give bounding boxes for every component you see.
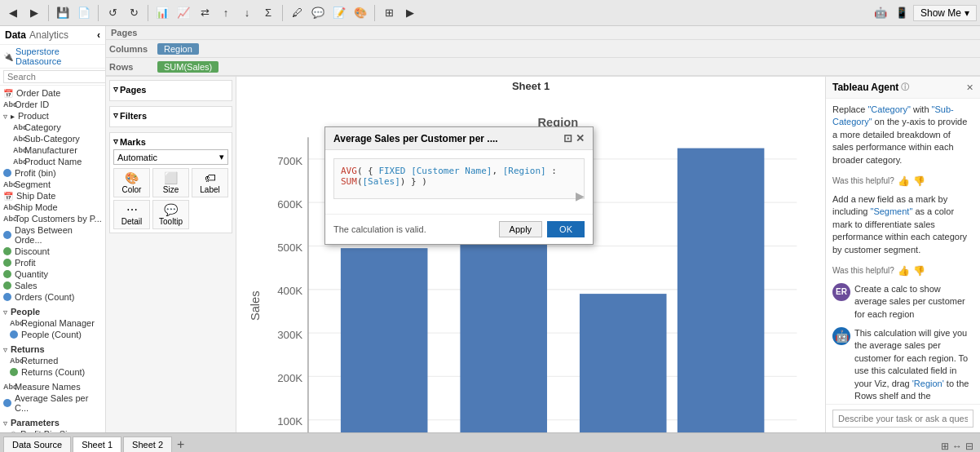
new-button[interactable]: 📄 [74,3,94,23]
agent-button[interactable]: 🤖 [871,3,890,23]
save-button[interactable]: 💾 [53,3,73,23]
restore-icon[interactable]: ⊡ [563,132,572,144]
modal-buttons: Apply OK [499,221,585,237]
field-segment[interactable]: Abc Segment [2,179,104,190]
info-icon[interactable]: ⓘ [901,82,909,93]
bar-chart-button[interactable]: 📊 [152,3,172,23]
returns-section-header[interactable]: ▿ Returns [2,343,104,355]
field-category[interactable]: Abc Category [2,122,104,133]
apply-button[interactable]: Apply [499,221,543,237]
label-mark-button[interactable]: 🏷 Label [192,168,228,197]
modal-body: AVG( { FIXED [Customer Name], [Region] :… [325,150,593,214]
user-avatar: ER [832,283,850,301]
field-subcategory[interactable]: Abc Sub-Category [2,133,104,144]
show-me-button[interactable]: Show Me ▾ [913,5,977,21]
people-label: People [11,307,40,317]
category-link: "Category" [867,104,910,114]
field-orders-count[interactable]: Orders (Count) [2,291,104,303]
dot-green-icon [3,281,11,290]
forward-button[interactable]: ▶ [24,3,44,23]
line-chart-button[interactable]: 📈 [174,3,193,23]
undo-button[interactable]: ↺ [103,3,122,23]
panel-collapse-icon[interactable]: ‹ [97,29,100,41]
parameters-header[interactable]: ▿ Parameters [2,417,104,428]
tab-sheet2[interactable]: Sheet 2 [123,436,172,452]
redo-button[interactable]: ↻ [124,3,143,23]
search-input[interactable] [3,70,106,83]
field-order-id[interactable]: Abc Order ID [2,99,104,110]
presentation-button[interactable]: ▶ [400,3,420,23]
tab-sheet1[interactable]: Sheet 1 [73,436,121,452]
field-returns-count[interactable]: Returns (Count) [2,366,104,378]
annotate-button[interactable]: 📝 [329,3,349,23]
columns-pill[interactable]: Region [157,43,199,55]
field-measure-names[interactable]: Abc Measure Names [2,381,104,392]
thumbs-up-button-1[interactable]: 👍 [898,175,910,187]
calc-formula[interactable]: AVG( { FIXED [Customer Name], [Region] :… [333,158,585,199]
expand-params-icon[interactable]: ▿ [3,419,7,428]
back-button[interactable]: ◀ [3,3,23,23]
highlight-button[interactable]: 🖊 [287,3,307,23]
field-sales[interactable]: Sales [2,280,104,291]
field-discount[interactable]: Discount [2,246,104,257]
svg-text:700K: 700K [277,155,302,167]
modal-title: Average Sales per Customer per .... [333,133,498,144]
field-manufacturer[interactable]: Abc Manufacturer [2,144,104,156]
thumbs-up-button-2[interactable]: 👍 [898,265,910,277]
bottom-icon-1[interactable]: ⊞ [941,441,949,452]
ok-button[interactable]: OK [547,221,585,237]
field-top-customers[interactable]: Abc Top Customers by P... [2,213,104,224]
field-avg-sales[interactable]: Average Sales per C... [2,392,104,414]
expand-returns-icon[interactable]: ▿ [3,345,7,354]
sort-asc-button[interactable]: ↑ [216,3,236,23]
expand-people-icon[interactable]: ▿ [3,308,7,317]
bottom-icon-2[interactable]: ↔ [952,441,962,452]
data-tab[interactable]: Data [5,29,26,41]
field-days-between[interactable]: Days Between Orde... [2,224,104,246]
marks-type-dropdown[interactable]: Automatic ▾ [113,149,228,165]
tooltip-mark-button[interactable]: 💬 Tooltip [152,200,189,229]
fit-button[interactable]: ⊞ [379,3,399,23]
agent-input[interactable] [832,410,973,428]
color-label: Color [122,185,142,194]
tooltip-button[interactable]: 💬 [308,3,328,23]
thumbs-down-button-1[interactable]: 👎 [913,175,925,187]
size-mark-button[interactable]: ⬜ Size [152,168,189,197]
field-profit[interactable]: Profit [2,257,104,268]
field-order-date[interactable]: 📅 Order Date [2,87,104,99]
sum-button[interactable]: Σ [258,3,278,23]
analytics-tab[interactable]: Analytics [29,29,68,41]
modal-header-icons: ⊡ ✕ [563,132,585,144]
swap-button[interactable]: ⇄ [195,3,214,23]
thumbs-down-button-2[interactable]: 👎 [913,265,925,277]
rows-label: Rows [109,62,154,72]
tab-label: Data Source [12,440,62,450]
datasource-name[interactable]: Superstore Datasource [15,47,102,66]
modal-close-icon[interactable]: ✕ [576,132,585,144]
detail-mark-button[interactable]: ⋯ Detail [113,200,150,229]
bottom-icon-3[interactable]: ⊟ [965,441,973,452]
rows-pill[interactable]: SUM(Sales) [157,61,219,73]
people-section-header[interactable]: ▿ People [2,306,104,317]
sort-desc-button[interactable]: ↓ [237,3,257,23]
field-product-group[interactable]: ▿ ▸ Product [2,110,104,122]
agent-close-icon[interactable]: ✕ [966,82,973,93]
format-button[interactable]: 🎨 [351,3,370,23]
tab-data-source[interactable]: Data Source [3,436,71,452]
add-sheet-button[interactable]: + [177,437,184,452]
field-profit-bin[interactable]: Profit (bin) [2,167,104,179]
color-mark-button[interactable]: 🎨 Color [113,168,150,197]
show-me-label: Show Me [920,7,961,19]
device-button[interactable]: 📱 [892,3,912,23]
field-product-name[interactable]: Abc Product Name [2,156,104,167]
field-people-count[interactable]: People (Count) [2,329,104,340]
field-label: Returns (Count) [21,367,85,377]
field-ship-mode[interactable]: Abc Ship Mode [2,202,104,213]
expand-icon[interactable]: ▸ [11,112,15,121]
agent-title: Tableau Agent ⓘ [832,82,909,93]
field-regional-manager[interactable]: Abc Regional Manager [2,317,104,329]
field-ship-date[interactable]: 📅 Ship Date [2,190,104,202]
field-returned[interactable]: Abc Returned [2,355,104,366]
field-quantity[interactable]: Quantity [2,268,104,280]
pages-label: Pages [111,28,156,38]
